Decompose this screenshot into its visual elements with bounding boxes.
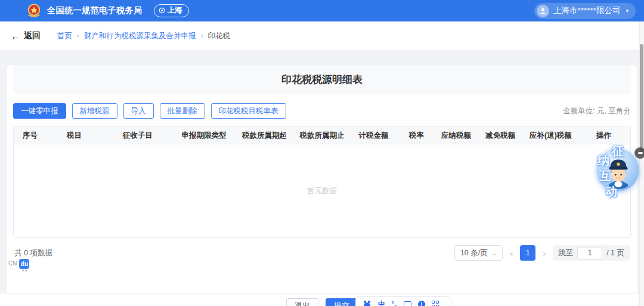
avatar [537, 5, 549, 17]
col-index: 序号 [14, 126, 46, 144]
location-selector[interactable]: 上海 [154, 4, 189, 17]
breadcrumb: 首页 › 财产和行为税税源采集及合并申报 › 印花税 [57, 31, 230, 41]
col-tax-payable: 应纳税额 [435, 126, 476, 144]
back-button[interactable]: ← 返回 [11, 30, 41, 41]
total-pages-text: / 1 页 [606, 248, 624, 258]
breadcrumb-home[interactable]: 首页 [57, 31, 72, 41]
table-header-row: 序号 税目 征收子目 申报期限类型 税款所属期起 税款所属期止 计税金额 税率 … [14, 126, 630, 144]
one-click-zero-filing-button[interactable]: 一键零申报 [13, 103, 66, 119]
scrollbar-thumb[interactable] [640, 44, 643, 153]
tax-source-table: 序号 税目 征收子目 申报期限类型 税款所属期起 税款所属期止 计税金额 税率 … [13, 126, 631, 238]
assistant-char: 动 [605, 186, 617, 197]
account-name: 上海市******限公司 [553, 5, 621, 16]
table-body: 暂无数据 [14, 144, 630, 237]
total-count-text: 共 0 项数据 [14, 248, 52, 258]
col-taxable-amount: 计税金额 [350, 126, 397, 144]
assistant-char: 互 [599, 170, 611, 182]
pagination: 10 条/页 ⌄ ‹ 1 › 跳至 / 1 页 [454, 245, 630, 261]
breadcrumb-separator-icon: › [77, 32, 79, 40]
col-tax-refund: 应补(退)税额 [524, 126, 577, 144]
breadcrumb-bar: ← 返回 首页 › 财产和行为税税源采集及合并申报 › 印花税 [0, 21, 644, 50]
ime-keyboard-icon[interactable] [404, 301, 411, 306]
import-button[interactable]: 导入 [123, 103, 154, 119]
chevron-down-icon: ⌄ [492, 250, 497, 256]
col-tax-reduction: 减免税额 [477, 126, 524, 144]
col-period-start: 税款所属期起 [235, 126, 294, 144]
ime-du-badge[interactable]: du [19, 259, 29, 269]
location-pin-icon [159, 7, 165, 14]
stamp-tax-rate-table-button[interactable]: 印花税税目税率表 [211, 103, 286, 119]
breadcrumb-separator-icon: › [201, 32, 203, 40]
back-arrow-icon: ← [11, 31, 20, 41]
breadcrumb-collection[interactable]: 财产和行为税税源采集及合并申报 [84, 31, 196, 41]
app-header: 全国统一规范电子税务局 上海 上海市******限公司 ▾ [0, 0, 644, 21]
ime-toolbar[interactable]: 中 °, ! [355, 296, 451, 306]
user-icon [539, 7, 547, 15]
assistant-char: 纳 [597, 154, 609, 166]
location-label: 上海 [168, 5, 182, 16]
app-title: 全国统一规范电子税务局 [47, 5, 143, 16]
jump-page-input[interactable] [577, 247, 602, 259]
ime-tools-icon [22, 270, 27, 271]
ime-indicator: CN du [8, 259, 29, 271]
breadcrumb-current: 印花税 [208, 31, 231, 41]
title-band: 印花税税源明细表 [13, 65, 631, 94]
col-actions: 操作 [577, 126, 630, 144]
exit-button[interactable]: 退出 [286, 298, 318, 306]
brand: 全国统一规范电子税务局 上海 [26, 3, 189, 18]
main-card: 印花税税源明细表 一键零申报 新增税源 导入 批量删除 印花税税目税率表 金额单… [7, 65, 637, 293]
add-tax-source-button[interactable]: 新增税源 [72, 103, 117, 119]
assistant-char: 征 [612, 145, 624, 157]
ime-mode-icon[interactable]: 中 [378, 301, 385, 306]
ime-logo-icon[interactable] [363, 300, 371, 306]
page-size-value: 10 条/页 [460, 248, 488, 258]
batch-delete-button[interactable]: 批量删除 [160, 103, 205, 119]
empty-state-text: 暂无数据 [307, 186, 337, 196]
page-title: 印花税税源明细表 [281, 73, 363, 86]
col-period-end: 税款所属期止 [294, 126, 350, 144]
widget-collapse-handle[interactable] [634, 147, 644, 159]
table-footer: 共 0 项数据 10 条/页 ⌄ ‹ 1 › 跳至 / 1 页 [13, 243, 631, 262]
next-page-button[interactable]: › [541, 248, 547, 258]
account-menu[interactable]: 上海市******限公司 ▾ [534, 3, 636, 19]
action-bar: 退出 提交 [0, 293, 644, 306]
col-tax-item: 税目 [46, 126, 102, 144]
chevron-down-icon: ▾ [626, 8, 628, 14]
tax-bureau-logo-icon [26, 3, 42, 18]
col-tax-rate: 税率 [397, 126, 435, 144]
ime-grid-icon[interactable] [432, 301, 439, 306]
toolbar: 一键零申报 新增税源 导入 批量删除 印花税税目税率表 金额单位: 元, 至角分 [13, 103, 631, 119]
ime-lang-label: CN [8, 260, 17, 267]
col-sub-item: 征收子目 [102, 126, 173, 144]
jump-label: 跳至 [558, 248, 573, 258]
submit-button[interactable]: 提交 [326, 298, 358, 306]
ime-punctuation-icon[interactable]: °, [392, 301, 397, 306]
back-label: 返回 [24, 30, 41, 41]
current-page-button[interactable]: 1 [520, 245, 535, 261]
amount-unit-note: 金额单位: 元, 至角分 [563, 106, 631, 116]
prev-page-button[interactable]: ‹ [508, 248, 515, 258]
col-filing-period: 申报期限类型 [173, 126, 235, 144]
page-size-select[interactable]: 10 条/页 ⌄ [454, 245, 503, 261]
ime-alert-icon[interactable]: ! [418, 301, 425, 306]
page-jumper: 跳至 / 1 页 [553, 245, 630, 261]
